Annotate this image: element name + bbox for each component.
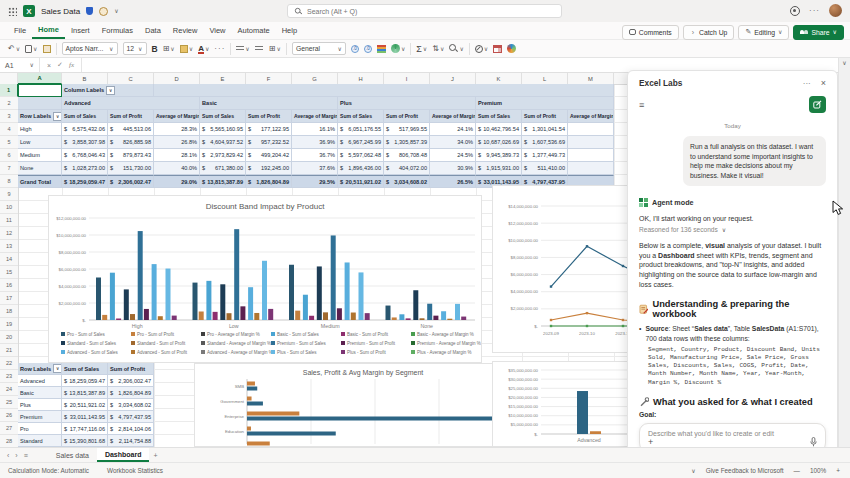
pivot-cell[interactable]: $4,604,937.52	[200, 136, 246, 149]
pivot-cell[interactable]: Row Labels∨	[18, 110, 62, 123]
pivot-cell[interactable]: 26.8%	[154, 136, 200, 149]
pivot-cell[interactable]: $6,051,176.55	[338, 123, 384, 136]
table-cell[interactable]: Pro	[18, 423, 62, 435]
row-header-28[interactable]: 28	[0, 435, 18, 447]
increase-decimal-icon[interactable]: .0	[364, 45, 372, 53]
row-header-10[interactable]: 10	[0, 201, 18, 214]
trend-chart[interactable]: $14,000,000.00$12,000,000.00$10,000,000.…	[492, 185, 640, 353]
table-cell[interactable]: $4,797,437.95	[108, 411, 154, 423]
pivot-cell[interactable]: 37.6%	[292, 162, 338, 175]
table-cell[interactable]: $17,747,116.06	[62, 423, 108, 435]
titlebar-more-icon[interactable]: ···	[809, 6, 820, 15]
pivot-cell[interactable]: Sum of Sales	[200, 110, 246, 123]
pivot-cell[interactable]: $1,305,857.39	[384, 136, 430, 149]
column-header-F[interactable]: F	[246, 73, 292, 84]
pivot-cell[interactable]: 29.0%	[154, 175, 200, 188]
menu-tab-file[interactable]: File	[8, 22, 32, 39]
calc-mode-label[interactable]: Calculation Mode: Automatic	[8, 467, 89, 474]
pivot-cell[interactable]: 40.0%	[154, 162, 200, 175]
format-painter-button[interactable]	[43, 45, 51, 53]
pivot-cell[interactable]: $806,708.48	[384, 149, 430, 162]
row-header-15[interactable]: 15	[0, 266, 18, 279]
pivot-cell[interactable]: Sum of Sales	[338, 110, 384, 123]
sort-filter-button[interactable]: ⇅∨	[432, 44, 444, 53]
fill-color-button[interactable]: ∨	[180, 45, 193, 53]
table-cell[interactable]: Premium	[18, 411, 62, 423]
pivot-cell[interactable]: $445,513.06	[108, 123, 154, 136]
column-header-A[interactable]: A	[18, 73, 62, 84]
pivot-cell[interactable]: $1,377,449.73	[522, 149, 568, 162]
reasoned-toggle[interactable]: Reasoned for 136 seconds∨	[639, 226, 826, 233]
pivot-cell[interactable]: $151,730.00	[108, 162, 154, 175]
pivot-cell[interactable]: None	[18, 162, 62, 175]
font-size-select[interactable]: 12∨	[123, 42, 147, 55]
font-color-button[interactable]: A∨	[198, 44, 209, 53]
segment-chart[interactable]: Sales, Profit & Avg Margin by SegmentSMB…	[194, 363, 512, 447]
share-button[interactable]: Share∨	[793, 25, 844, 40]
pivot-cell[interactable]: Sum of Sales	[476, 110, 522, 123]
pivot-cell[interactable]: 34.0%	[430, 136, 476, 149]
sensitivity-button[interactable]: ∨	[475, 45, 488, 53]
pivot-cell[interactable]: $5,597,062.48	[338, 149, 384, 162]
user-avatar[interactable]	[829, 4, 842, 17]
pivot-cell[interactable]: $404,072.00	[384, 162, 430, 175]
confirm-entry-icon[interactable]: ✓	[57, 61, 63, 69]
table-cell[interactable]: $2,306,002.47	[108, 375, 154, 387]
row-header-21[interactable]: 21	[0, 344, 18, 357]
label-badge-icon[interactable]	[99, 7, 108, 16]
align-button[interactable]: ∨	[236, 45, 249, 52]
menu-tab-help[interactable]: Help	[276, 22, 303, 39]
pivot-cell[interactable]: $3,858,307.98	[62, 136, 108, 149]
pivot-cell[interactable]: Average of Margin %	[430, 110, 476, 123]
font-name-select[interactable]: Aptos Narr...∨	[62, 42, 118, 55]
pivot-cell[interactable]: $177,122.95	[246, 123, 292, 136]
pivot-cell[interactable]: Plus	[338, 97, 476, 110]
pivot-cell[interactable]: Premium	[476, 97, 614, 110]
zoom-level[interactable]: 100%	[810, 467, 826, 474]
pivot-cell[interactable]: Low	[18, 136, 62, 149]
row-header-4[interactable]: 4	[0, 123, 18, 136]
pivot-cell[interactable]: $1,896,436.00	[338, 162, 384, 175]
pivot-cell[interactable]: $20,511,921.02	[338, 175, 384, 188]
table-cell[interactable]: $20,511,921.02	[62, 399, 108, 411]
column-header-G[interactable]: G	[292, 73, 338, 84]
chevron-down-icon[interactable]: ∨	[114, 8, 118, 14]
pivot-cell[interactable]: Average of Margin %	[568, 110, 614, 123]
pivot-cell[interactable]: $6,575,432.06	[62, 123, 108, 136]
corner-cell[interactable]	[0, 73, 18, 84]
pivot-cell[interactable]: Sum of Profit	[246, 110, 292, 123]
sheet-tab-sales-data[interactable]: Sales data	[48, 448, 97, 462]
pivot-cell[interactable]: Sum of Profit	[108, 110, 154, 123]
mic-button[interactable]	[810, 437, 817, 447]
column-header-I[interactable]: I	[384, 73, 430, 84]
pivot-cell[interactable]: Grand Total	[18, 175, 62, 188]
pivot-cell[interactable]: 29.5%	[292, 175, 338, 188]
pivot-cell[interactable]: Sum of Sales	[62, 110, 108, 123]
row-header-27[interactable]: 27	[0, 422, 18, 435]
pivot-cell[interactable]: $517,969.55	[384, 123, 430, 136]
table-cell[interactable]: $18,259,059.47	[62, 375, 108, 387]
table-header-cell[interactable]: Sum of Sales	[62, 363, 108, 375]
pivot-cell[interactable]	[18, 84, 62, 97]
pivot-cell[interactable]: $10,462,796.54	[476, 123, 522, 136]
pivot-cell[interactable]: Average of Margin %	[292, 110, 338, 123]
table-cell[interactable]: $33,011,143.95	[62, 411, 108, 423]
conditional-formatting-icon[interactable]	[377, 45, 386, 53]
zoom-out-icon[interactable]: —	[794, 467, 800, 474]
wrap-text-button[interactable]	[255, 45, 264, 52]
pivot-cell[interactable]: 24.1%	[430, 123, 476, 136]
pivot-cell[interactable]: Advanced	[62, 97, 200, 110]
pivot-cell[interactable]: Column Labels∨	[62, 84, 154, 97]
pivot-cell[interactable]: $1,826,804.89	[246, 175, 292, 188]
table-cell[interactable]: Basic	[18, 387, 62, 399]
row-header-7[interactable]: 7	[0, 162, 18, 175]
workbook-stats-label[interactable]: Workbook Statistics	[107, 467, 163, 474]
autosum-button[interactable]: Σ∨	[416, 44, 427, 54]
table-cell[interactable]: Plus	[18, 399, 62, 411]
prev-sheet-icon[interactable]: ‹	[5, 452, 11, 459]
pivot-cell[interactable]: $192,245.00	[246, 162, 292, 175]
pivot-cell[interactable]: 26.5%	[430, 175, 476, 188]
menu-tab-automate[interactable]: Automate	[232, 22, 276, 39]
pivot-cell[interactable]: $826,885.98	[108, 136, 154, 149]
row-header-8[interactable]: 8	[0, 175, 18, 188]
